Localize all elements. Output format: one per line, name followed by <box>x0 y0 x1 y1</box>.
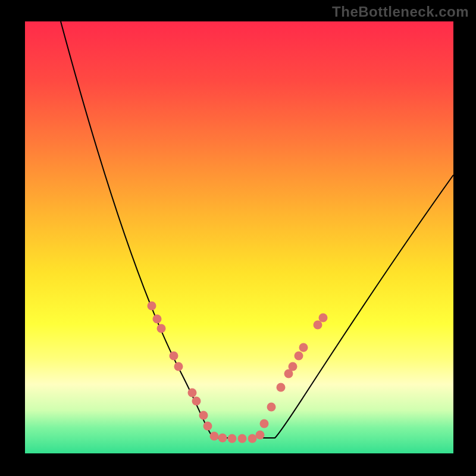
chart-stage: TheBottleneck.com <box>0 0 476 476</box>
watermark-text: TheBottleneck.com <box>332 4 469 20</box>
plot-area <box>25 21 453 453</box>
